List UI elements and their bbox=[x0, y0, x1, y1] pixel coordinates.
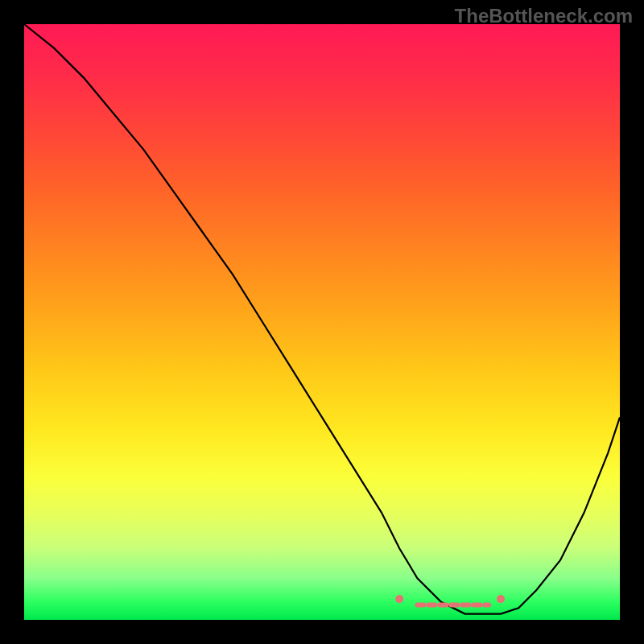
chart-plot-area bbox=[24, 24, 620, 620]
valley-marker-right bbox=[497, 595, 505, 603]
chart-annotations bbox=[395, 595, 505, 605]
bottleneck-curve-path bbox=[24, 24, 620, 614]
chart-svg bbox=[24, 24, 620, 620]
watermark-text: TheBottleneck.com bbox=[455, 5, 633, 27]
valley-marker-left bbox=[395, 595, 403, 603]
